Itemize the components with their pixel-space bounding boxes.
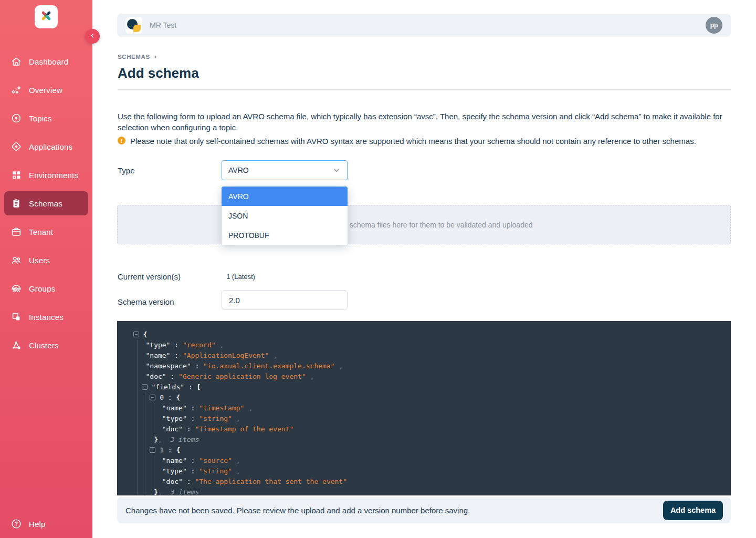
code-line: "type" : "record" , <box>133 340 731 350</box>
environments-icon <box>10 169 22 181</box>
schemas-icon <box>10 198 22 209</box>
breadcrumb-schemas[interactable]: SCHEMAS <box>118 54 150 60</box>
topics-icon <box>10 112 22 124</box>
schema-dropzone[interactable]: Drop your schema files here for them to … <box>117 205 731 244</box>
sidebar-item-label: Dashboard <box>29 57 68 66</box>
user-avatar[interactable]: pp <box>706 17 722 34</box>
indent-guide <box>137 340 138 495</box>
collapse-node-icon[interactable] <box>150 447 155 453</box>
sidebar-item-help[interactable]: ?Help <box>0 510 92 538</box>
chevron-down-icon <box>332 166 341 174</box>
dropzone-text: Drop your schema files here for them to … <box>315 221 532 229</box>
chevron-left-icon <box>89 32 96 41</box>
indent-guide <box>154 403 154 436</box>
code-lines: { "type" : "record" , "name" : "Applicat… <box>117 321 731 495</box>
sidebar-item-label: Topics <box>29 114 52 123</box>
current-version-value: 1 (Latest) <box>226 273 255 281</box>
schema-note-text: Please note that only self-contained sch… <box>130 136 696 146</box>
sidebar-item-overview[interactable]: Overview <box>0 76 92 104</box>
overview-icon <box>10 84 22 96</box>
page-description: Use the following form to upload an AVRO… <box>118 111 727 133</box>
unsaved-changes-message: Changes have not been saved. Please revi… <box>125 506 470 515</box>
sidebar-item-groups[interactable]: Groups <box>0 274 92 303</box>
sidebar-item-label: Applications <box>29 142 72 151</box>
type-option-json[interactable]: JSON <box>222 206 348 225</box>
schema-version-input[interactable] <box>222 290 348 310</box>
collapse-node-icon[interactable] <box>150 395 155 400</box>
code-line: "doc" : "Generic application log event" … <box>133 371 731 382</box>
code-line: "type" : "string" , <box>133 413 731 424</box>
tenant-icon <box>10 226 22 237</box>
sidebar-item-label: Schemas <box>29 199 62 208</box>
code-line: "fields" : [ <box>133 382 731 392</box>
sidebar-item-label: Tenant <box>29 227 53 236</box>
tenant-name[interactable]: MR Test <box>150 21 176 29</box>
type-option-avro[interactable]: AVRO <box>222 187 348 206</box>
sidebar-item-label: Overview <box>29 86 62 95</box>
sidebar-item-applications[interactable]: Applications <box>0 132 92 161</box>
sidebar-item-tenant[interactable]: Tenant <box>0 218 92 246</box>
warning-icon: ! <box>118 137 125 144</box>
tenant-mark-icon <box>125 26 142 34</box>
page-title: Add schema <box>118 65 199 81</box>
code-line: }, 3 items <box>133 434 731 445</box>
sidebar-item-label: Users <box>29 256 50 265</box>
add-schema-button[interactable]: Add schema <box>663 501 723 520</box>
sidebar: DashboardOverviewTopicsApplicationsEnvir… <box>0 0 92 538</box>
breadcrumb[interactable]: SCHEMAS <box>118 53 157 60</box>
sidebar-help: ?Help <box>0 510 92 538</box>
svg-text:?: ? <box>15 521 18 527</box>
users-icon <box>10 254 22 266</box>
code-line: "name" : "source" , <box>133 456 731 466</box>
indent-guide <box>145 392 145 495</box>
home-icon <box>10 56 22 67</box>
sidebar-item-label: Help <box>29 520 46 529</box>
code-line: "doc" : "The application that sent the e… <box>133 477 731 487</box>
save-footer: Changes have not been saved. Please revi… <box>117 497 731 523</box>
indent-guide <box>154 456 154 488</box>
sidebar-item-environments[interactable]: Environments <box>0 161 92 189</box>
sidebar-item-topics[interactable]: Topics <box>0 104 92 132</box>
tenant-logo <box>125 17 142 34</box>
sidebar-item-label: Groups <box>29 284 55 293</box>
code-line: "namespace" : "io.axual.client.example.s… <box>133 361 731 371</box>
collapse-node-icon[interactable] <box>133 332 139 337</box>
type-option-protobuf[interactable]: PROTOBUF <box>222 225 348 245</box>
sidebar-item-dashboard[interactable]: Dashboard <box>0 47 92 76</box>
type-label: Type <box>118 166 135 175</box>
topbar: MR Test pp <box>117 14 731 37</box>
code-line: "name" : "timestamp" , <box>133 403 731 413</box>
type-select[interactable]: AVRO <box>222 160 348 180</box>
code-line: 1 : { <box>133 445 731 456</box>
code-line: "type" : "string" , <box>133 466 731 477</box>
sidebar-item-schemas[interactable]: Schemas <box>4 191 88 215</box>
type-select-value: AVRO <box>228 166 249 174</box>
groups-icon <box>10 283 22 294</box>
type-dropdown-menu: AVROJSONPROTOBUF <box>222 187 348 245</box>
sidebar-item-users[interactable]: Users <box>0 246 92 274</box>
code-line: "doc" : "Timestamp of the event" <box>133 424 731 434</box>
current-version-label: Current version(s) <box>118 272 181 281</box>
schema-note: ! Please note that only self-contained s… <box>118 136 727 146</box>
code-line: }, 3 items <box>133 487 731 495</box>
sidebar-collapse-button[interactable] <box>85 29 100 44</box>
instances-icon <box>10 311 22 323</box>
title-divider <box>118 89 731 90</box>
sidebar-item-label: Environments <box>29 171 78 180</box>
schema-code-editor[interactable]: { "type" : "record" , "name" : "Applicat… <box>117 321 731 495</box>
sidebar-item-label: Clusters <box>29 341 59 350</box>
clusters-icon <box>10 339 22 351</box>
sidebar-item-clusters[interactable]: Clusters <box>0 331 92 359</box>
sidebar-item-label: Instances <box>29 313 64 322</box>
code-line: "name" : "ApplicationLogEvent" , <box>133 350 731 361</box>
sidebar-nav: DashboardOverviewTopicsApplicationsEnvir… <box>0 47 92 359</box>
help-icon: ? <box>10 518 22 530</box>
code-line: 0 : { <box>133 392 731 403</box>
collapse-node-icon[interactable] <box>142 384 148 390</box>
sidebar-item-instances[interactable]: Instances <box>0 303 92 331</box>
app-logo[interactable] <box>35 5 58 28</box>
breadcrumb-chevron-icon <box>154 53 157 60</box>
schema-version-label: Schema version <box>118 297 174 306</box>
x-logo-icon <box>38 7 55 26</box>
applications-icon <box>10 141 22 152</box>
